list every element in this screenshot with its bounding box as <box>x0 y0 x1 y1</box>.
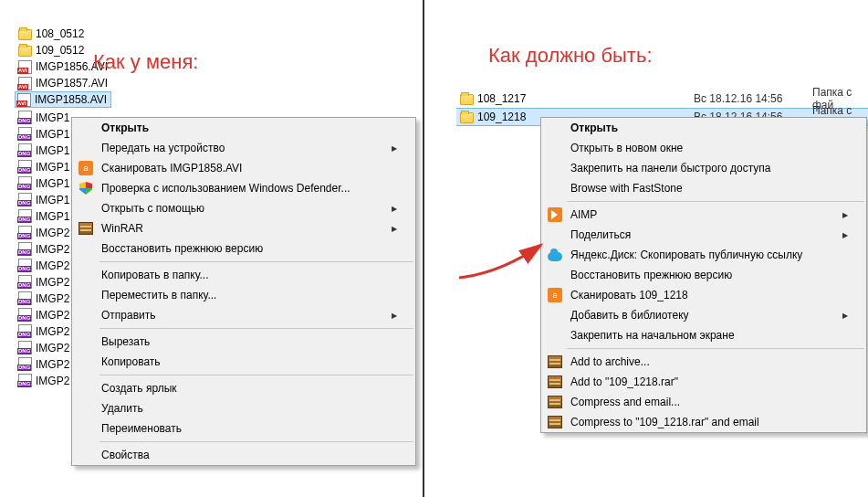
file-label: IMGP1 <box>36 194 69 206</box>
menu-item[interactable]: Добавить в библиотеку▶ <box>541 305 866 325</box>
menu-item[interactable]: Переименовать <box>72 418 415 439</box>
submenu-arrow-icon: ▶ <box>839 312 848 320</box>
dng-file-icon <box>18 324 32 338</box>
menu-item-label: Вырезать <box>101 335 381 348</box>
menu-item[interactable]: Удалить <box>72 398 415 418</box>
menu-item[interactable]: WinRAR▶ <box>72 218 415 238</box>
menu-item[interactable]: Compress and email... <box>541 392 866 412</box>
file-label: IMGP1 <box>36 161 69 174</box>
aimp-icon <box>547 206 563 223</box>
menu-item[interactable]: Копировать в папку... <box>72 265 415 285</box>
menu-item-label: Восстановить прежнюю версию <box>101 242 381 255</box>
menu-item[interactable]: Проверка с использованием Windows Defend… <box>72 178 415 198</box>
file-label: IMGP2 <box>36 276 69 289</box>
dng-file-icon <box>18 357 32 371</box>
file-row[interactable]: IMGP1857.AVI <box>15 75 423 91</box>
menu-item-label: Копировать в папку... <box>101 269 381 281</box>
menu-item[interactable]: Восстановить прежнюю версию <box>72 238 415 259</box>
file-label: IMGP1 <box>36 210 69 223</box>
menu-item-label: Закрепить на начальном экране <box>570 329 831 342</box>
dng-file-icon <box>18 259 32 272</box>
menu-item-label: Отправить <box>101 309 381 322</box>
avast-icon: a <box>547 287 563 303</box>
menu-item[interactable]: Browse with FastStone <box>541 178 866 198</box>
dng-file-icon <box>18 176 32 190</box>
menu-item[interactable]: aСканировать IMGP1858.AVI <box>72 158 415 178</box>
menu-item-label: Поделиться <box>570 228 831 241</box>
menu-item[interactable]: Открыть с помощью▶ <box>72 198 415 218</box>
dng-file-icon <box>18 143 32 157</box>
file-row[interactable]: IMGP1856.AVI <box>15 58 423 75</box>
file-row[interactable]: 108_1217Вс 18.12.16 14:56Папка с фай <box>456 90 868 108</box>
menu-item[interactable]: AIMP▶ <box>541 205 866 225</box>
menu-item[interactable]: Закрепить на начальном экране <box>541 325 866 345</box>
menu-item-label: Удалить <box>101 402 381 415</box>
menu-item[interactable]: Восстановить прежнюю версию <box>541 265 866 285</box>
winrar-icon <box>78 220 94 237</box>
file-row[interactable]: 108_0512 <box>15 26 423 42</box>
menu-item[interactable]: Compress to "109_1218.rar" and email <box>541 412 866 432</box>
file-label: IMGP2 <box>36 325 69 338</box>
submenu-arrow-icon: ▶ <box>388 225 397 233</box>
file-label: IMGP1 <box>36 144 69 157</box>
menu-item-label: Яндекс.Диск: Скопировать публичную ссылк… <box>570 248 831 261</box>
file-row[interactable]: 109_0512 <box>15 42 423 58</box>
menu-item[interactable]: Поделиться▶ <box>541 225 866 245</box>
dng-file-icon <box>18 127 32 141</box>
submenu-arrow-icon: ▶ <box>388 144 397 153</box>
file-label: IMGP1 <box>36 111 69 124</box>
avast-icon: a <box>78 160 94 176</box>
avi-file-icon <box>18 77 32 90</box>
menu-item[interactable]: Add to archive... <box>541 352 866 372</box>
menu-item[interactable]: Копировать <box>72 352 415 372</box>
file-label: IMGP2 <box>36 243 69 256</box>
winrar-icon <box>547 374 563 390</box>
dng-file-icon <box>18 242 32 256</box>
menu-item[interactable]: Закрепить на панели быстрого доступа <box>541 158 866 178</box>
menu-item-label: Add to "109_1218.rar" <box>570 375 831 388</box>
dng-file-icon <box>18 226 32 239</box>
file-row[interactable]: IMGP1858.AVI <box>15 91 111 108</box>
menu-item[interactable]: Открыть <box>541 118 866 138</box>
avi-file-icon <box>18 60 32 74</box>
menu-item-label: Сканировать 109_1218 <box>570 289 831 301</box>
menu-item[interactable]: Add to "109_1218.rar" <box>541 372 866 392</box>
folder-icon <box>460 94 474 105</box>
menu-item[interactable]: Отправить▶ <box>72 305 415 325</box>
menu-item-label: Compress and email... <box>570 396 831 408</box>
menu-item[interactable]: Открыть в новом окне <box>541 138 866 158</box>
menu-item[interactable]: Создать ярлык <box>72 378 415 398</box>
file-label: IMGP2 <box>36 227 69 239</box>
menu-item[interactable]: Открыть <box>72 118 415 138</box>
winrar-icon <box>547 414 563 430</box>
dng-file-icon <box>18 209 32 223</box>
file-label: IMGP2 <box>36 259 69 272</box>
menu-item-label: Создать ярлык <box>101 382 381 395</box>
menu-item[interactable]: Передать на устройство▶ <box>72 138 415 158</box>
menu-item[interactable]: aСканировать 109_1218 <box>541 285 866 305</box>
menu-item-label: Открыть с помощью <box>101 202 381 215</box>
menu-item[interactable]: Свойства <box>72 445 415 465</box>
submenu-arrow-icon: ▶ <box>839 231 848 239</box>
menu-item-label: Переместить в папку... <box>101 289 381 301</box>
dng-file-icon <box>18 374 32 387</box>
menu-item-label: AIMP <box>570 208 831 221</box>
file-label: 109_1218 <box>477 111 526 123</box>
context-menu-right: ОткрытьОткрыть в новом окнеЗакрепить на … <box>540 117 867 433</box>
menu-item[interactable]: Яндекс.Диск: Скопировать публичную ссылк… <box>541 245 866 265</box>
menu-item[interactable]: Переместить в папку... <box>72 285 415 305</box>
file-label: IMGP2 <box>36 309 69 322</box>
menu-item-label: Add to archive... <box>570 355 831 368</box>
menu-item-label: Открыть <box>101 122 381 134</box>
menu-item-label: Закрепить на панели быстрого доступа <box>570 162 831 174</box>
file-label: 108_1217 <box>477 92 526 105</box>
file-label: 108_0512 <box>36 27 84 40</box>
menu-item[interactable]: Вырезать <box>72 332 415 352</box>
folder-icon <box>18 29 32 40</box>
menu-item-label: Добавить в библиотеку <box>570 309 831 322</box>
defender-shield-icon <box>78 180 94 196</box>
menu-separator <box>99 375 413 375</box>
file-label: IMGP1857.AVI <box>36 77 108 90</box>
menu-item-label: Открыть <box>570 122 831 134</box>
title-right: Как должно быть: <box>488 44 653 68</box>
